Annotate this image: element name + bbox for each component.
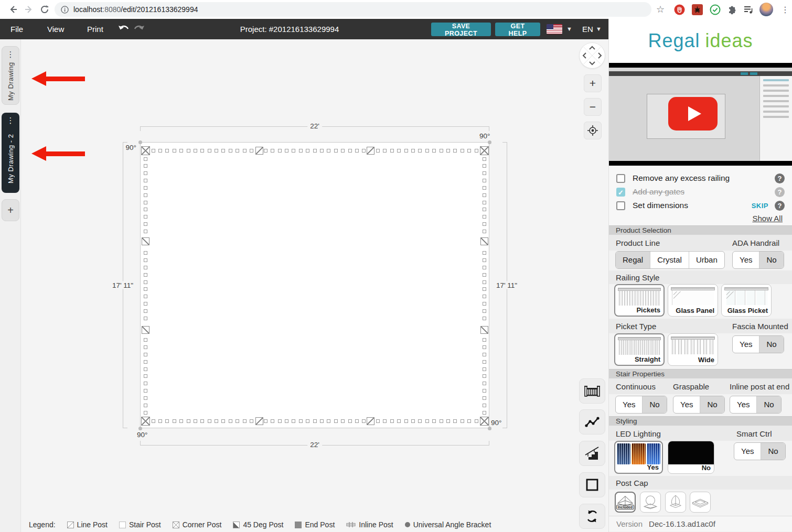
language-flag-icon[interactable] [547, 24, 562, 34]
legend-item: Corner Post [173, 520, 222, 529]
center-view-button[interactable] [584, 122, 602, 139]
extension-check-icon[interactable] [709, 4, 721, 15]
graspable-no[interactable]: No [700, 396, 724, 413]
post-cap-flat-card[interactable] [690, 492, 711, 513]
led-lighting-label: LED Lighting [616, 429, 661, 438]
tab-label: My Drawing - 2 [7, 124, 15, 193]
continuous-toggle: Yes No [615, 396, 667, 414]
dimension-top: 22' [307, 122, 322, 130]
product-line-regal[interactable]: Regal [616, 252, 650, 268]
help-question-icon[interactable]: ? [775, 201, 785, 211]
annotation-arrow-1 [31, 71, 85, 86]
help-question-icon[interactable]: ? [775, 173, 785, 183]
skip-link[interactable]: SKIP [752, 202, 768, 210]
led-yes-card[interactable]: Yes [614, 441, 663, 474]
post-cap-acorn-card[interactable] [665, 492, 686, 513]
tutorial-video[interactable] [609, 63, 792, 166]
continuous-no[interactable]: No [642, 396, 666, 413]
ada-yes[interactable]: Yes [733, 252, 759, 268]
line-post-icon [67, 522, 74, 528]
tab-menu-icon[interactable]: ⋮ [7, 47, 15, 58]
inline-post-at-end-label: Inline post at end [730, 382, 789, 391]
railing-style-pickets-card[interactable]: Pickets [614, 284, 665, 317]
annotation-arrow-2 [31, 146, 85, 161]
railing-style-glass-picket-card[interactable]: Glass Picket [721, 284, 772, 317]
browser-back-icon[interactable] [6, 3, 20, 16]
add-drawing-tab[interactable]: + [2, 199, 19, 221]
menu-view[interactable]: View [41, 19, 70, 39]
browser-reload-icon[interactable] [38, 3, 51, 16]
browser-menu-icon[interactable]: ⋮ [779, 4, 791, 15]
inline-post-no[interactable]: No [756, 396, 780, 413]
angle-top-right: 90° [479, 132, 490, 140]
draw-polyline-tool[interactable] [579, 409, 605, 435]
legend-item: End Post [295, 520, 335, 529]
picket-type-wide-card[interactable]: Wide [668, 333, 718, 366]
angle-bottom-left: 90° [137, 431, 147, 439]
version-value: Dec-16.13.ad1ac0f [649, 519, 715, 528]
ada-no[interactable]: No [759, 252, 783, 268]
inline-post-yes[interactable]: Yes [730, 396, 756, 413]
smart-ctrl-no[interactable]: No [761, 443, 785, 460]
drawing-canvas[interactable]: 22' 22' 17' 11" 17' 11" 90° 90° 90° 90° … [21, 39, 608, 532]
pan-navigation-pad[interactable] [579, 42, 605, 69]
extension-red-icon[interactable] [691, 4, 703, 15]
section-stair-properties: Stair Properties [609, 369, 792, 378]
undo-icon[interactable] [118, 24, 130, 36]
add-railing-tool[interactable] [579, 378, 605, 404]
zoom-out-button[interactable]: − [584, 98, 602, 116]
url-bar[interactable]: localhost:8080/edit/201216133629994 [55, 2, 651, 17]
dimension-right: 17' 11" [494, 281, 520, 289]
deck-outline[interactable] [140, 142, 489, 428]
checkbox-add-any-gates[interactable]: ✓ [616, 188, 625, 197]
checklist-row: ✓ Add any gates ? [616, 185, 785, 199]
redo-icon[interactable] [133, 24, 145, 36]
browser-forward-icon[interactable] [22, 3, 36, 16]
post-cap-pyramid-card[interactable]: Included [615, 492, 636, 513]
product-line-urban[interactable]: Urban [689, 252, 724, 268]
bookmark-star-icon[interactable]: ☆ [655, 4, 666, 15]
profile-avatar[interactable] [759, 3, 773, 16]
universal-angle-bracket-icon [405, 522, 410, 527]
checkbox-remove-excess-railing[interactable] [616, 174, 625, 183]
zoom-in-button[interactable]: + [584, 74, 602, 92]
video-play-button[interactable] [668, 97, 718, 131]
tab-my-drawing[interactable]: ⋮ My Drawing [2, 46, 19, 105]
fascia-yes[interactable]: Yes [733, 336, 759, 353]
checklist-label: Remove any excess railing [633, 173, 775, 183]
smart-ctrl-yes[interactable]: Yes [734, 443, 761, 460]
dimension-left: 17' 11" [110, 281, 136, 289]
show-all-link[interactable]: Show All [752, 214, 783, 223]
tab-my-drawing-2[interactable]: ⋮ My Drawing - 2 [2, 113, 19, 193]
adblock-extension-icon[interactable] [673, 4, 685, 15]
help-question-icon[interactable]: ? [775, 187, 785, 197]
site-info-icon[interactable] [61, 6, 69, 14]
picket-type-straight-card[interactable]: Straight [614, 333, 665, 366]
drawing-tabs-sidebar: ⋮ My Drawing ⋮ My Drawing - 2 + [0, 39, 21, 532]
smart-ctrl-toggle: Yes No [734, 442, 786, 460]
playlist-extension-icon[interactable] [743, 4, 754, 15]
menu-file[interactable]: File [4, 19, 29, 39]
graspable-yes[interactable]: Yes [673, 396, 700, 413]
draw-rectangle-tool[interactable] [579, 472, 605, 497]
url-port: :8080 [102, 5, 121, 14]
language-select[interactable]: EN [582, 19, 593, 39]
language-caret-icon[interactable]: ▼ [596, 26, 602, 32]
fascia-no[interactable]: No [759, 336, 783, 353]
regal-ideas-logo: Regal ideas [609, 19, 792, 63]
get-help-button[interactable]: GET HELP [495, 23, 540, 36]
settings-panel: Regal ideas Remove any excess railing ? … [608, 19, 792, 532]
continuous-yes[interactable]: Yes [616, 396, 642, 413]
product-line-crystal[interactable]: Crystal [650, 252, 689, 268]
flag-caret-icon[interactable]: ▼ [566, 26, 572, 32]
railing-style-glass-panel-card[interactable]: Glass Panel [668, 284, 718, 317]
save-project-button[interactable]: SAVE PROJECT [431, 23, 491, 36]
extensions-puzzle-icon[interactable] [726, 4, 737, 15]
add-stairs-tool[interactable] [579, 441, 605, 466]
menu-print[interactable]: Print [81, 19, 110, 39]
post-cap-ball-card[interactable] [640, 492, 661, 513]
tab-menu-icon[interactable]: ⋮ [7, 113, 15, 124]
checkbox-set-dimensions[interactable] [616, 201, 625, 210]
rotate-tool[interactable] [579, 504, 605, 529]
led-no-card[interactable]: No [668, 441, 714, 474]
